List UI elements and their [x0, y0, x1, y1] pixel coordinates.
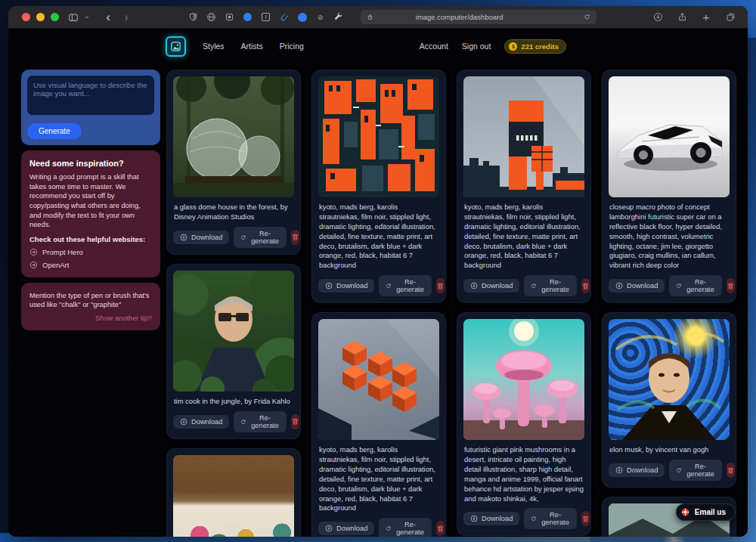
window-controls	[22, 13, 59, 21]
image-card-partial	[166, 448, 301, 537]
slash-circle-extension-icon[interactable]: ⊘	[314, 11, 326, 23]
generated-image-elon-musk[interactable]	[609, 319, 730, 440]
download-icon	[615, 282, 623, 290]
nav-artists[interactable]: Artists	[241, 42, 263, 51]
grid-extension-icon[interactable]	[224, 11, 235, 23]
account-link[interactable]: Account	[420, 42, 448, 51]
nav-pricing[interactable]: Pricing	[280, 42, 304, 51]
refresh-icon	[531, 282, 537, 290]
paperclip-extension-icon[interactable]	[278, 11, 290, 23]
back-button[interactable]: ‹	[101, 10, 115, 25]
image-caption: elon musk, by vincent van gogh	[609, 445, 729, 455]
show-another-tip-link[interactable]: Show another tip?	[29, 314, 152, 322]
nav-styles[interactable]: Styles	[203, 42, 225, 51]
sign-out-link[interactable]: Sign out	[462, 42, 491, 51]
boxed-i-extension-icon[interactable]: I	[260, 11, 271, 23]
close-window-button[interactable]	[22, 13, 30, 21]
image-caption: a glass dome house in the forest, by Dis…	[174, 203, 293, 222]
regenerate-button[interactable]: Re-generate	[379, 518, 432, 537]
prompt-card: Generate	[21, 70, 160, 145]
new-tab-button[interactable]: +	[699, 10, 713, 25]
address-bar[interactable]: image.computer/dashboard	[361, 10, 596, 24]
minimize-window-button[interactable]	[36, 13, 45, 21]
image-card: kyoto, mads berg, karolis strautniekas, …	[311, 70, 446, 303]
delete-button[interactable]	[436, 278, 445, 293]
sidebar: Generate Need some inspiration? Writing …	[21, 70, 160, 537]
image-caption: kyoto, mads berg, karolis strautniekas, …	[319, 445, 438, 513]
trash-icon	[436, 282, 445, 290]
download-button[interactable]: Download	[318, 279, 374, 293]
delete-button[interactable]	[727, 463, 735, 478]
generated-image-boho-interior[interactable]	[173, 455, 294, 537]
email-us-button[interactable]: Email us	[676, 503, 736, 521]
link-openart[interactable]: OpenArt	[29, 261, 152, 269]
credits-label: 221 credits	[521, 42, 559, 51]
generated-image-pink-mushrooms[interactable]	[463, 319, 584, 440]
regenerate-button[interactable]: Re-generate	[524, 275, 577, 296]
generated-image-kyoto-building[interactable]	[463, 76, 584, 197]
inspiration-subtitle: Check out these helpful websites:	[29, 235, 152, 243]
shield-extension-icon[interactable]	[187, 11, 199, 23]
site-header: Styles Artists Pricing Account Sign out …	[166, 29, 566, 63]
download-button[interactable]: Download	[463, 279, 519, 293]
reload-icon[interactable]	[584, 14, 590, 20]
blue-dot-extension-icon[interactable]	[242, 11, 253, 23]
generated-image-dome-house[interactable]	[173, 76, 294, 197]
trash-icon	[436, 525, 445, 533]
image-caption: kyoto, mads berg, karolis strautniekas, …	[464, 203, 584, 271]
generate-button[interactable]: Generate	[27, 123, 82, 139]
regenerate-button[interactable]: Re-generate	[669, 275, 722, 296]
delete-button[interactable]	[581, 278, 590, 293]
download-button[interactable]: Download	[609, 463, 665, 477]
regenerate-button[interactable]: Re-generate	[669, 460, 722, 481]
forward-button[interactable]: ›	[119, 10, 133, 25]
regenerate-button[interactable]: Re-generate	[524, 508, 577, 529]
image-caption: tim cook in the jungle, by Frida Kahlo	[174, 397, 293, 407]
download-button[interactable]: Download	[173, 231, 229, 244]
trash-icon	[291, 233, 299, 241]
wrench-extension-icon[interactable]	[333, 11, 344, 23]
trash-icon	[727, 282, 735, 290]
download-button[interactable]: Download	[463, 512, 519, 525]
regenerate-button[interactable]: Re-generate	[379, 275, 432, 296]
download-button[interactable]: Download	[173, 415, 229, 429]
image-caption: closeup macro photo of concept lamborghi…	[609, 203, 729, 271]
download-button[interactable]: Download	[609, 279, 665, 293]
chevron-down-icon[interactable]: ⌄	[80, 8, 94, 23]
delete-button[interactable]	[291, 414, 299, 429]
download-icon	[325, 525, 333, 532]
dashboard-page: Styles Artists Pricing Account Sign out …	[8, 29, 748, 537]
delete-button[interactable]	[581, 511, 590, 526]
link-prompt-hero[interactable]: Prompt Hero	[29, 248, 152, 256]
refresh-icon	[240, 234, 246, 241]
delete-button[interactable]	[436, 521, 445, 536]
blue-circle-extension-icon[interactable]	[296, 11, 308, 23]
regenerate-button[interactable]: Re-generate	[234, 411, 287, 432]
tip-text: Mention the type of pen or brush that's …	[29, 291, 152, 310]
inspiration-card: Need some inspiration? Writing a good pr…	[21, 150, 160, 277]
sidebar-toggle-icon[interactable]	[67, 10, 80, 25]
desktop-wallpaper: ⌄ ‹ › I ⊘ image.computer/dashboard	[0, 0, 756, 542]
generated-image-kyoto-city[interactable]	[318, 76, 439, 197]
app-logo-icon[interactable]	[166, 36, 186, 57]
prompt-input[interactable]	[27, 76, 154, 115]
credits-badge[interactable]: $ 221 credits	[504, 39, 566, 54]
delete-button[interactable]	[727, 278, 735, 293]
image-card: a glass dome house in the forest, by Dis…	[166, 70, 301, 255]
regenerate-button[interactable]: Re-generate	[234, 227, 287, 248]
grid-column: kyoto, mads berg, karolis strautniekas, …	[457, 70, 591, 537]
card-actions: Download Re-generate	[463, 508, 584, 529]
fullscreen-window-button[interactable]	[51, 13, 59, 21]
generated-image-tim-cook[interactable]	[173, 271, 294, 392]
tab-overview-icon[interactable]	[723, 10, 737, 25]
card-actions: Download Re-generate	[463, 275, 584, 296]
globe-extension-icon[interactable]	[206, 11, 217, 23]
downloads-icon[interactable]	[651, 10, 665, 25]
generated-image-lamborghini[interactable]	[609, 76, 730, 197]
download-button[interactable]: Download	[318, 522, 374, 535]
card-actions: Download Re-generate	[609, 460, 730, 481]
content-area: Generate Need some inspiration? Writing …	[8, 63, 748, 537]
delete-button[interactable]	[291, 230, 299, 245]
generated-image-orange-cubes[interactable]	[318, 319, 439, 440]
share-icon[interactable]	[675, 10, 689, 25]
